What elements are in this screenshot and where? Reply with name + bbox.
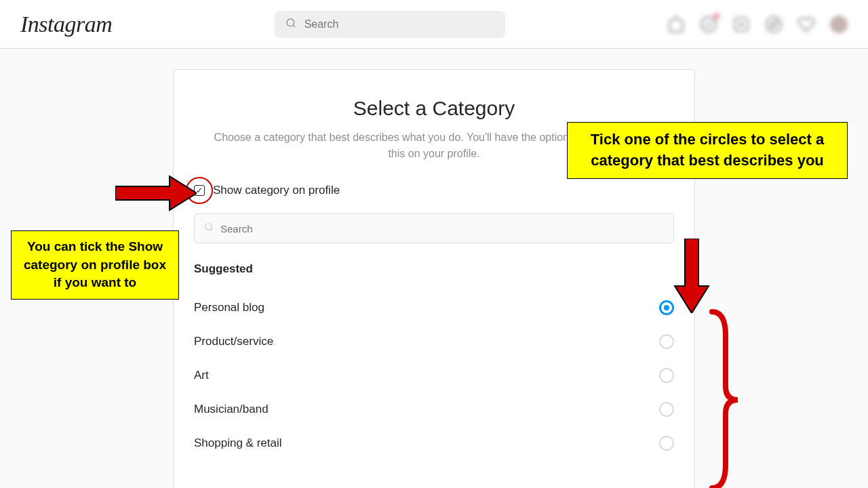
category-option-label: Shopping & retail <box>194 436 281 450</box>
svg-line-1 <box>293 25 295 27</box>
search-icon <box>204 222 214 235</box>
category-radio[interactable] <box>659 334 674 349</box>
global-search[interactable] <box>275 11 505 38</box>
category-option-label: Product/service <box>194 335 273 348</box>
instagram-logo[interactable]: Instagram <box>20 12 112 37</box>
show-category-label: Show category on profile <box>213 184 340 197</box>
explore-icon[interactable] <box>765 16 783 33</box>
svg-marker-11 <box>675 239 709 313</box>
category-option[interactable]: Shopping & retail <box>194 426 674 460</box>
suggested-heading: Suggested <box>194 262 674 276</box>
svg-point-0 <box>287 19 294 26</box>
category-radio[interactable] <box>659 402 674 417</box>
category-option-label: Art <box>194 369 209 382</box>
annotation-arrow-down <box>671 239 712 313</box>
notification-badge <box>713 13 720 20</box>
category-search[interactable] <box>194 214 674 243</box>
category-option[interactable]: Art <box>194 359 674 392</box>
search-container <box>112 11 667 38</box>
svg-marker-10 <box>115 176 197 210</box>
category-radio[interactable] <box>659 368 674 383</box>
svg-line-9 <box>211 229 213 231</box>
home-icon[interactable] <box>667 16 685 33</box>
options-list: Personal blogProduct/serviceArtMusician/… <box>194 291 674 460</box>
annotation-right-callout: Tick one of the circles to select a cate… <box>567 122 848 179</box>
category-search-input[interactable] <box>220 223 664 235</box>
search-icon <box>285 18 296 31</box>
category-option-label: Musician/band <box>194 403 269 416</box>
category-option[interactable]: Musician/band <box>194 392 674 426</box>
panel-title: Select a Category <box>194 97 674 120</box>
annotation-arrow-left <box>115 173 197 214</box>
annotation-brace <box>705 308 739 488</box>
annotation-left-callout: You can tick the Show category on profil… <box>11 230 179 300</box>
svg-marker-7 <box>771 21 777 27</box>
category-option-label: Personal blog <box>194 301 264 314</box>
nav-icons <box>667 16 848 33</box>
category-option[interactable]: Product/service <box>194 325 674 359</box>
show-category-row: ✓ Show category on profile <box>194 184 674 197</box>
messenger-icon[interactable] <box>700 16 717 33</box>
svg-point-6 <box>766 17 781 32</box>
category-radio[interactable] <box>659 436 674 451</box>
activity-icon[interactable] <box>797 16 815 33</box>
search-input[interactable] <box>304 18 494 30</box>
new-post-icon[interactable] <box>732 16 750 33</box>
category-option[interactable]: Personal blog <box>194 291 674 325</box>
top-navbar: Instagram <box>0 0 868 49</box>
svg-point-2 <box>701 17 716 32</box>
svg-point-8 <box>205 224 212 230</box>
avatar[interactable] <box>830 16 848 33</box>
